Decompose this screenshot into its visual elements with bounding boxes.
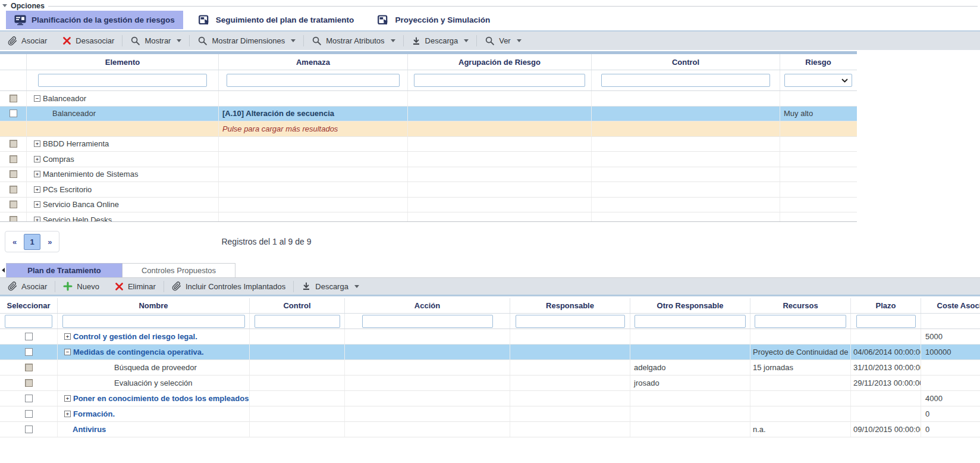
row-checkbox[interactable] xyxy=(25,348,33,356)
tab-proyeccion-simulacion[interactable]: Proyección y Simulación xyxy=(369,11,498,29)
expander-expand-icon[interactable]: + xyxy=(34,171,40,177)
descarga-button[interactable]: Descarga xyxy=(404,32,477,50)
ver-button[interactable]: Ver xyxy=(477,32,529,50)
collapse-triangle-icon[interactable] xyxy=(2,4,7,7)
mostrar-button[interactable]: Mostrar xyxy=(122,32,189,50)
tree-row-mantenimiento-sistemas[interactable]: + Mantenimiento de Sistemas xyxy=(0,167,857,183)
tree-row-bbdd-herramienta[interactable]: + BBDD Herramienta xyxy=(0,137,857,152)
otro-responsable-filter-input[interactable] xyxy=(635,315,746,328)
incluir-controles-implantados-button[interactable]: Incluir Controles Implantados xyxy=(164,278,293,295)
nombre-value: Poner en conocimiento de todos los emple… xyxy=(73,394,250,403)
row-checkbox[interactable] xyxy=(25,395,33,402)
tab-planificacion-gestion-riesgos[interactable]: Planificación de la gestión de riesgos xyxy=(6,11,183,29)
red-x-icon xyxy=(62,36,71,45)
plazo-value: 04/06/2014 00:00:00 xyxy=(851,348,921,356)
row-checkbox[interactable] xyxy=(25,410,33,418)
row-checkbox[interactable] xyxy=(25,426,33,433)
treatment-row-formacion[interactable]: + Formación. 0 xyxy=(0,406,980,422)
elemento-value: Balanceador xyxy=(43,94,86,103)
caret-down-icon xyxy=(391,39,395,42)
expander-expand-icon[interactable]: + xyxy=(34,186,40,193)
row-checkbox[interactable] xyxy=(25,379,33,387)
treatment-row-evaluacion-seleccion[interactable]: Evaluación y selección jrosado 29/11/201… xyxy=(0,376,980,391)
nombre-filter-input[interactable] xyxy=(62,315,245,328)
records-summary: Registros del 1 al 9 de 9 xyxy=(221,237,311,246)
load-more-row[interactable]: Pulse para cargar más resultados xyxy=(0,121,857,137)
eliminar-button[interactable]: Eliminar xyxy=(107,278,164,295)
elemento-filter-input[interactable] xyxy=(38,74,207,87)
tree-row-servicio-banca-online[interactable]: + Servicio Banca Online xyxy=(0,198,857,213)
expander-expand-icon[interactable]: + xyxy=(34,217,40,222)
legend-divider xyxy=(48,6,978,7)
treatment-row-medidas-contingencia-selected[interactable]: − Medidas de contingencia operativa. Pro… xyxy=(0,345,980,360)
tab-controles-propuestos[interactable]: Controles Propuestos xyxy=(122,263,235,277)
plazo-value: 31/10/2013 00:00:00 xyxy=(851,363,921,372)
seleccionar-filter-input[interactable] xyxy=(5,315,52,328)
row-checkbox[interactable] xyxy=(25,333,33,340)
tab-plan-de-tratamiento[interactable]: Plan de Tratamiento xyxy=(6,263,122,277)
recursos-filter-input[interactable] xyxy=(755,315,846,328)
plazo-filter-input[interactable] xyxy=(856,315,916,328)
expander-collapse-icon[interactable]: − xyxy=(34,95,40,102)
next-page-button[interactable]: » xyxy=(48,237,52,246)
tree-row-compras[interactable]: + Compras xyxy=(0,152,857,167)
nombre-value: Búsqueda de proveedor xyxy=(114,363,197,372)
recursos-value: n.a. xyxy=(750,425,766,434)
expander-expand-icon[interactable]: + xyxy=(34,201,40,208)
row-checkbox[interactable] xyxy=(10,95,17,102)
mostrar-dimensiones-button[interactable]: Mostrar Dimensiones xyxy=(190,32,303,50)
tree-row-servicio-help-desks[interactable]: + Servicio Help Desks xyxy=(0,212,857,222)
tab-seguimiento-plan-tratamiento[interactable]: Seguimiento del plan de tratamiento xyxy=(190,11,363,29)
mostrar-atributos-button[interactable]: Mostrar Atributos xyxy=(304,32,403,50)
responsable-filter-input[interactable] xyxy=(516,315,625,328)
expander-expand-icon[interactable]: + xyxy=(34,156,40,162)
row-checkbox[interactable] xyxy=(10,155,17,163)
nombre-value: Control y gestión del riesgo legal. xyxy=(73,332,197,341)
page-number-button[interactable]: 1 xyxy=(24,234,40,250)
expander-expand-icon[interactable]: + xyxy=(64,411,71,417)
tree-row-balanceador-group[interactable]: − Balanceador xyxy=(0,91,857,107)
row-checkbox[interactable] xyxy=(10,186,17,193)
asociar-button[interactable]: Asociar xyxy=(0,32,55,50)
nuevo-button[interactable]: Nuevo xyxy=(55,278,107,295)
coste-value: 0 xyxy=(921,409,929,418)
otro-responsable-value: adelgado xyxy=(630,363,666,372)
expander-expand-icon[interactable]: + xyxy=(64,395,71,402)
asociar-button[interactable]: Asociar xyxy=(0,278,55,295)
row-checkbox[interactable] xyxy=(10,216,17,222)
plazo-value: 09/10/2015 00:00:00 xyxy=(851,425,921,434)
expander-expand-icon[interactable]: + xyxy=(64,333,71,340)
control-filter-input[interactable] xyxy=(255,315,340,328)
risk-table-filter-row xyxy=(0,70,857,91)
control-filter-input[interactable] xyxy=(601,74,770,87)
elemento-value: BBDD Herramienta xyxy=(43,139,109,148)
load-more-label[interactable]: Pulse para cargar más resultados xyxy=(219,124,338,133)
treatment-row-busqueda-proveedor[interactable]: Búsqueda de proveedor adelgado 15 jornad… xyxy=(0,360,980,376)
row-checkbox[interactable] xyxy=(10,140,17,148)
previous-page-button[interactable]: « xyxy=(12,237,17,246)
treatment-row-poner-en-conocimiento[interactable]: + Poner en conocimiento de todos los emp… xyxy=(0,391,980,406)
nombre-value: Antivirus xyxy=(73,425,106,434)
expander-expand-icon[interactable]: + xyxy=(34,140,40,147)
tab-scroll-left-button[interactable] xyxy=(0,263,6,277)
riesgo-filter-select[interactable] xyxy=(784,74,852,87)
elemento-value: Mantenimiento de Sistemas xyxy=(43,170,138,179)
agrupacion-filter-input[interactable] xyxy=(414,74,585,87)
row-checkbox[interactable] xyxy=(10,110,17,117)
amenaza-filter-input[interactable] xyxy=(227,74,400,87)
row-checkbox[interactable] xyxy=(25,364,33,371)
tree-row-balanceador-selected[interactable]: Balanceador [A.10] Alteración de secuenc… xyxy=(0,107,857,122)
row-checkbox[interactable] xyxy=(10,170,17,178)
descarga-button[interactable]: Descarga xyxy=(294,278,367,295)
treatment-row-control-gestion-riesgo-legal[interactable]: + Control y gestión del riesgo legal. 50… xyxy=(0,329,980,345)
desasociar-button[interactable]: Desasociar xyxy=(55,32,122,50)
options-panel-title: Opciones xyxy=(11,2,45,10)
expander-collapse-icon[interactable]: − xyxy=(64,349,71,355)
tree-row-pcs-escritorio[interactable]: + PCs Escritorio xyxy=(0,182,857,198)
calendar-cursor-icon xyxy=(378,15,390,26)
accion-filter-input[interactable] xyxy=(362,315,493,328)
row-checkbox[interactable] xyxy=(10,201,17,208)
header-control: Control xyxy=(592,54,780,70)
coste-value: 4000 xyxy=(921,394,943,403)
treatment-row-antivirus[interactable]: Antivirus n.a. 09/10/2015 00:00:00 0 xyxy=(0,422,980,437)
